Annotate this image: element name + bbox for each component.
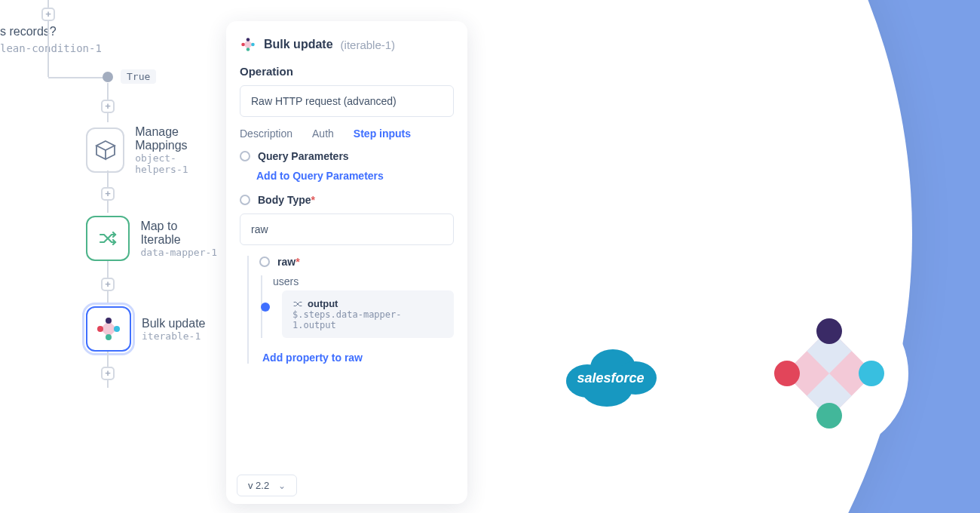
add-step-button[interactable]: + <box>41 8 55 21</box>
chevron-down-icon: ⌄ <box>278 481 286 491</box>
iterable-node-icon <box>86 306 131 352</box>
query-parameters-label: Query Parameters <box>258 150 349 162</box>
svg-point-18 <box>251 43 255 47</box>
hero-title: Salesforce to Iterable Sync Template <box>513 91 782 240</box>
node-title: Manage Mappings <box>135 125 219 152</box>
body-type-row[interactable]: Body Type* <box>240 194 454 206</box>
add-property-link[interactable]: Add property to raw <box>262 352 454 364</box>
required-asterisk: * <box>296 256 299 268</box>
add-step-button[interactable]: + <box>101 278 115 291</box>
logo-row: salesforce <box>531 294 908 453</box>
condition-id: lean-condition-1 <box>0 42 102 54</box>
panel-subtitle: (iterable-1) <box>341 38 396 51</box>
svg-point-13 <box>114 326 120 332</box>
add-query-parameters-link[interactable]: Add to Query Parameters <box>256 170 454 182</box>
svg-point-14 <box>106 334 112 340</box>
add-step-button[interactable]: + <box>101 100 115 113</box>
svg-point-9 <box>816 403 842 429</box>
svg-point-12 <box>106 318 112 324</box>
branch-true-label: True <box>121 69 156 84</box>
operation-label: Operation <box>240 65 454 78</box>
radio-icon <box>240 195 250 205</box>
iterable-logo <box>750 294 908 453</box>
panel-title: Bulk update <box>264 38 333 51</box>
operation-select[interactable]: Raw HTTP request (advanced) <box>240 85 454 117</box>
shuffle-icon <box>292 299 303 309</box>
step-config-panel: Bulk update (iterable-1) Operation Raw H… <box>226 21 467 504</box>
shuffle-icon <box>86 216 130 261</box>
iterable-diamond-icon <box>769 313 890 434</box>
cube-icon <box>86 127 124 173</box>
node-title: Bulk update <box>142 317 206 330</box>
users-label: users <box>273 275 299 287</box>
radio-icon <box>240 151 250 161</box>
hero-title-line3: Template <box>513 190 782 240</box>
hero-title-line2: Iterable Sync <box>513 140 782 190</box>
raw-label: raw <box>277 256 296 268</box>
tab-auth[interactable]: Auth <box>312 127 334 140</box>
svg-point-7 <box>816 318 842 344</box>
salesforce-word: salesforce <box>577 370 644 386</box>
add-step-button[interactable]: + <box>101 187 115 201</box>
node-bulk-update[interactable]: Bulk update iterable-1 <box>86 306 206 352</box>
version-label: v 2.2 <box>248 480 269 491</box>
salesforce-logo: salesforce <box>531 294 690 453</box>
required-asterisk: * <box>311 194 315 206</box>
svg-point-17 <box>247 38 250 41</box>
connector <box>47 24 49 77</box>
panel-header: Bulk update (iterable-1) <box>240 36 454 53</box>
raw-tree: raw* users output $.steps.data-mapper-1.… <box>247 256 454 364</box>
output-path: $.steps.data-mapper-1.output <box>292 309 445 330</box>
tab-description[interactable]: Description <box>240 127 292 140</box>
version-selector[interactable]: v 2.2 ⌄ <box>237 475 297 496</box>
svg-point-19 <box>247 48 250 51</box>
svg-point-15 <box>97 326 103 332</box>
output-reference-card[interactable]: output $.steps.data-mapper-1.output <box>282 290 454 338</box>
body-type-input[interactable]: raw <box>240 213 454 245</box>
hero-title-line1: Salesforce to <box>513 91 782 140</box>
hero-banner: Salesforce to Iterable Sync Template sal… <box>0 0 980 513</box>
node-title: Map to Iterable <box>140 220 219 247</box>
svg-point-8 <box>859 361 884 386</box>
svg-point-10 <box>774 361 800 386</box>
node-map-to-iterable[interactable]: Map to Iterable data-mapper-1 <box>86 216 219 261</box>
workflow-canvas[interactable]: + s records? lean-condition-1 True + Man… <box>0 0 219 513</box>
panel-tabs: Description Auth Step inputs <box>240 127 454 140</box>
branch-dot <box>103 72 113 82</box>
node-manage-mappings[interactable]: Manage Mappings object-helpers-1 <box>86 125 219 175</box>
node-id: data-mapper-1 <box>140 247 219 258</box>
node-id: object-helpers-1 <box>135 152 219 175</box>
add-step-button[interactable]: + <box>101 367 115 380</box>
tab-step-inputs[interactable]: Step inputs <box>354 127 411 140</box>
body-type-label: Body Type <box>258 194 311 206</box>
users-row[interactable]: users <box>273 275 454 287</box>
raw-row[interactable]: raw* <box>259 256 454 268</box>
reference-dot-icon <box>261 303 270 312</box>
iterable-node-icon <box>240 36 256 53</box>
query-parameters-row[interactable]: Query Parameters <box>240 150 454 162</box>
node-id: iterable-1 <box>142 330 206 342</box>
svg-point-20 <box>241 43 245 47</box>
branch-line <box>48 77 107 78</box>
output-title: output <box>308 298 338 309</box>
salesforce-cloud-icon: salesforce <box>554 336 667 411</box>
radio-icon <box>259 256 270 267</box>
